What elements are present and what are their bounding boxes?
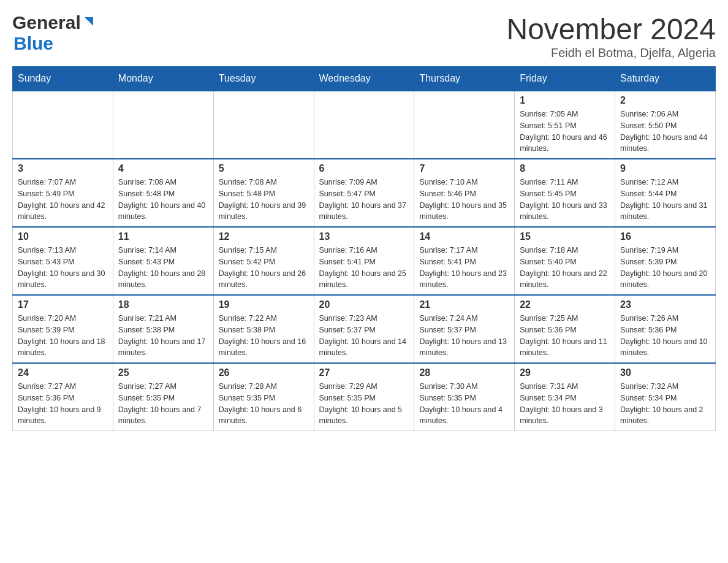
page-header: General Blue November 2024 Feidh el Botm… xyxy=(12,12,716,60)
day-number: 16 xyxy=(620,231,710,242)
calendar-cell: 11Sunrise: 7:14 AMSunset: 5:43 PMDayligh… xyxy=(113,227,213,295)
calendar-cell: 16Sunrise: 7:19 AMSunset: 5:39 PMDayligh… xyxy=(615,227,716,295)
logo: General Blue xyxy=(12,12,96,54)
calendar-week-row: 1Sunrise: 7:05 AMSunset: 5:51 PMDaylight… xyxy=(13,91,716,159)
day-number: 14 xyxy=(419,231,509,242)
day-number: 22 xyxy=(520,299,610,310)
day-number: 26 xyxy=(219,367,309,378)
calendar-cell: 23Sunrise: 7:26 AMSunset: 5:36 PMDayligh… xyxy=(615,295,716,363)
day-number: 28 xyxy=(419,367,509,378)
calendar-cell: 27Sunrise: 7:29 AMSunset: 5:35 PMDayligh… xyxy=(314,363,414,431)
weekday-header-wednesday: Wednesday xyxy=(314,67,414,91)
calendar-week-row: 3Sunrise: 7:07 AMSunset: 5:49 PMDaylight… xyxy=(13,159,716,227)
day-number: 10 xyxy=(18,231,108,242)
day-info: Sunrise: 7:27 AMSunset: 5:36 PMDaylight:… xyxy=(18,381,108,427)
day-info: Sunrise: 7:16 AMSunset: 5:41 PMDaylight:… xyxy=(319,245,409,291)
day-info: Sunrise: 7:29 AMSunset: 5:35 PMDaylight:… xyxy=(319,381,409,427)
day-number: 9 xyxy=(620,163,710,174)
weekday-header-friday: Friday xyxy=(515,67,615,91)
day-number: 21 xyxy=(419,299,509,310)
day-info: Sunrise: 7:27 AMSunset: 5:35 PMDaylight:… xyxy=(118,381,208,427)
calendar-cell: 5Sunrise: 7:08 AMSunset: 5:48 PMDaylight… xyxy=(213,159,314,227)
day-info: Sunrise: 7:28 AMSunset: 5:35 PMDaylight:… xyxy=(219,381,309,427)
calendar-cell xyxy=(314,91,414,159)
calendar-cell: 19Sunrise: 7:22 AMSunset: 5:38 PMDayligh… xyxy=(213,295,314,363)
day-info: Sunrise: 7:09 AMSunset: 5:47 PMDaylight:… xyxy=(319,177,409,223)
calendar-cell xyxy=(213,91,314,159)
calendar-cell: 4Sunrise: 7:08 AMSunset: 5:48 PMDaylight… xyxy=(113,159,213,227)
day-info: Sunrise: 7:31 AMSunset: 5:34 PMDaylight:… xyxy=(520,381,610,427)
weekday-header-tuesday: Tuesday xyxy=(213,67,314,91)
calendar-cell xyxy=(113,91,213,159)
day-info: Sunrise: 7:15 AMSunset: 5:42 PMDaylight:… xyxy=(219,245,309,291)
day-number: 8 xyxy=(520,163,610,174)
day-number: 19 xyxy=(219,299,309,310)
day-number: 25 xyxy=(118,367,208,378)
day-number: 13 xyxy=(319,231,409,242)
calendar-cell xyxy=(414,91,515,159)
calendar-cell: 3Sunrise: 7:07 AMSunset: 5:49 PMDaylight… xyxy=(13,159,113,227)
day-number: 24 xyxy=(18,367,108,378)
day-number: 18 xyxy=(118,299,208,310)
day-info: Sunrise: 7:23 AMSunset: 5:37 PMDaylight:… xyxy=(319,313,409,359)
day-info: Sunrise: 7:21 AMSunset: 5:38 PMDaylight:… xyxy=(118,313,208,359)
day-info: Sunrise: 7:25 AMSunset: 5:36 PMDaylight:… xyxy=(520,313,610,359)
day-number: 27 xyxy=(319,367,409,378)
logo-arrow-icon xyxy=(82,15,96,31)
calendar-cell: 20Sunrise: 7:23 AMSunset: 5:37 PMDayligh… xyxy=(314,295,414,363)
calendar-cell: 6Sunrise: 7:09 AMSunset: 5:47 PMDaylight… xyxy=(314,159,414,227)
day-number: 4 xyxy=(118,163,208,174)
calendar-cell: 10Sunrise: 7:13 AMSunset: 5:43 PMDayligh… xyxy=(13,227,113,295)
day-number: 5 xyxy=(219,163,309,174)
day-number: 12 xyxy=(219,231,309,242)
month-title: November 2024 xyxy=(506,12,716,46)
calendar-cell: 21Sunrise: 7:24 AMSunset: 5:37 PMDayligh… xyxy=(414,295,515,363)
location-subtitle: Feidh el Botma, Djelfa, Algeria xyxy=(506,46,716,60)
day-info: Sunrise: 7:20 AMSunset: 5:39 PMDaylight:… xyxy=(18,313,108,359)
calendar-cell: 8Sunrise: 7:11 AMSunset: 5:45 PMDaylight… xyxy=(515,159,615,227)
day-number: 11 xyxy=(118,231,208,242)
day-info: Sunrise: 7:06 AMSunset: 5:50 PMDaylight:… xyxy=(620,109,710,155)
day-number: 15 xyxy=(520,231,610,242)
day-info: Sunrise: 7:19 AMSunset: 5:39 PMDaylight:… xyxy=(620,245,710,291)
calendar-cell: 9Sunrise: 7:12 AMSunset: 5:44 PMDaylight… xyxy=(615,159,716,227)
day-number: 30 xyxy=(620,367,710,378)
calendar-cell: 29Sunrise: 7:31 AMSunset: 5:34 PMDayligh… xyxy=(515,363,615,431)
calendar-cell: 18Sunrise: 7:21 AMSunset: 5:38 PMDayligh… xyxy=(113,295,213,363)
calendar-cell xyxy=(13,91,113,159)
day-number: 23 xyxy=(620,299,710,310)
calendar-cell: 25Sunrise: 7:27 AMSunset: 5:35 PMDayligh… xyxy=(113,363,213,431)
calendar-week-row: 17Sunrise: 7:20 AMSunset: 5:39 PMDayligh… xyxy=(13,295,716,363)
day-info: Sunrise: 7:08 AMSunset: 5:48 PMDaylight:… xyxy=(219,177,309,223)
weekday-header-saturday: Saturday xyxy=(615,67,716,91)
day-number: 7 xyxy=(419,163,509,174)
calendar-cell: 28Sunrise: 7:30 AMSunset: 5:35 PMDayligh… xyxy=(414,363,515,431)
day-info: Sunrise: 7:26 AMSunset: 5:36 PMDaylight:… xyxy=(620,313,710,359)
day-info: Sunrise: 7:13 AMSunset: 5:43 PMDaylight:… xyxy=(18,245,108,291)
day-info: Sunrise: 7:18 AMSunset: 5:40 PMDaylight:… xyxy=(520,245,610,291)
calendar-cell: 12Sunrise: 7:15 AMSunset: 5:42 PMDayligh… xyxy=(213,227,314,295)
day-info: Sunrise: 7:22 AMSunset: 5:38 PMDaylight:… xyxy=(219,313,309,359)
day-info: Sunrise: 7:11 AMSunset: 5:45 PMDaylight:… xyxy=(520,177,610,223)
day-info: Sunrise: 7:10 AMSunset: 5:46 PMDaylight:… xyxy=(419,177,509,223)
calendar-cell: 26Sunrise: 7:28 AMSunset: 5:35 PMDayligh… xyxy=(213,363,314,431)
svg-marker-0 xyxy=(85,17,93,26)
weekday-header-monday: Monday xyxy=(113,67,213,91)
calendar-cell: 7Sunrise: 7:10 AMSunset: 5:46 PMDaylight… xyxy=(414,159,515,227)
day-info: Sunrise: 7:32 AMSunset: 5:34 PMDaylight:… xyxy=(620,381,710,427)
calendar-cell: 14Sunrise: 7:17 AMSunset: 5:41 PMDayligh… xyxy=(414,227,515,295)
day-info: Sunrise: 7:30 AMSunset: 5:35 PMDaylight:… xyxy=(419,381,509,427)
day-number: 29 xyxy=(520,367,610,378)
logo-general: General xyxy=(12,12,81,33)
day-number: 2 xyxy=(620,95,710,106)
calendar-cell: 17Sunrise: 7:20 AMSunset: 5:39 PMDayligh… xyxy=(13,295,113,363)
day-number: 1 xyxy=(520,95,610,106)
calendar-cell: 2Sunrise: 7:06 AMSunset: 5:50 PMDaylight… xyxy=(615,91,716,159)
calendar-cell: 30Sunrise: 7:32 AMSunset: 5:34 PMDayligh… xyxy=(615,363,716,431)
title-section: November 2024 Feidh el Botma, Djelfa, Al… xyxy=(506,12,716,60)
calendar-cell: 24Sunrise: 7:27 AMSunset: 5:36 PMDayligh… xyxy=(13,363,113,431)
day-info: Sunrise: 7:08 AMSunset: 5:48 PMDaylight:… xyxy=(118,177,208,223)
day-info: Sunrise: 7:17 AMSunset: 5:41 PMDaylight:… xyxy=(419,245,509,291)
calendar-week-row: 10Sunrise: 7:13 AMSunset: 5:43 PMDayligh… xyxy=(13,227,716,295)
calendar-cell: 15Sunrise: 7:18 AMSunset: 5:40 PMDayligh… xyxy=(515,227,615,295)
